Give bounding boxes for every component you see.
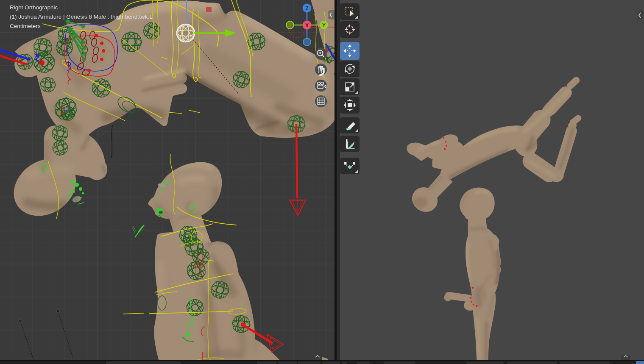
svg-text:Centimeters: Centimeters xyxy=(10,23,41,29)
svg-text:Right Orthographic: Right Orthographic xyxy=(10,4,58,11)
svg-text:(1) Joshua Armature | Genesis: (1) Joshua Armature | Genesis 8 Male : t… xyxy=(10,14,153,20)
svg-text:Z: Z xyxy=(305,6,308,11)
svg-text:X: X xyxy=(305,22,309,28)
svg-text:Y: Y xyxy=(322,22,326,28)
